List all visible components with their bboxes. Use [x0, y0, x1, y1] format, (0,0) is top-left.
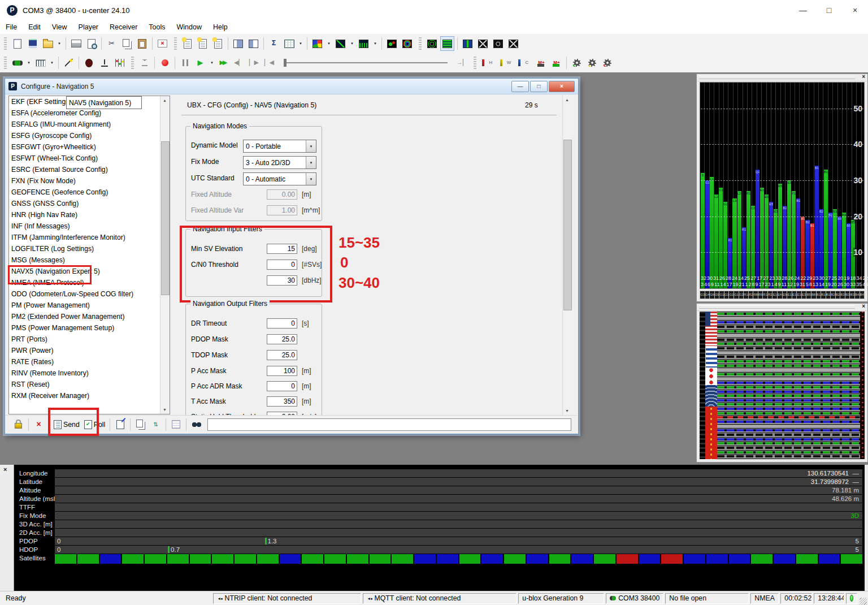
chart-view-button[interactable]: [310, 36, 324, 51]
copy-config-button[interactable]: [133, 417, 147, 432]
menu-edit[interactable]: Edit: [23, 23, 46, 31]
config-list-item[interactable]: PM2 (Extended Power Management): [9, 311, 170, 322]
config-gear-advanced-button[interactable]: [600, 55, 614, 70]
discard-messages-button[interactable]: ×: [155, 36, 170, 51]
jump-end-button[interactable]: →▏: [455, 55, 469, 70]
tile-vertical-button[interactable]: [246, 36, 261, 51]
config-list-item[interactable]: LOGFILTER (Log Settings): [9, 243, 170, 254]
edit-config-button[interactable]: [113, 417, 127, 432]
docking-window-1-button[interactable]: [461, 36, 475, 51]
config-list-item[interactable]: FXN (Fix Now Mode): [9, 175, 170, 187]
config-list-item[interactable]: ESFALG (IMU-mount Alignment): [9, 119, 170, 130]
poll-button[interactable]: ✔ Poll: [83, 417, 107, 432]
configure-maximize-button[interactable]: □: [530, 81, 548, 92]
dynamic-model-select[interactable]: 0 - Portable ▼: [243, 140, 316, 153]
menu-help[interactable]: Help: [207, 23, 233, 31]
message-list-scrollbar[interactable]: ▲ ▼: [160, 96, 170, 414]
pdop-mask-field[interactable]: [267, 334, 297, 344]
player-slider-handle[interactable]: [284, 59, 287, 67]
config-gear-receiver-button[interactable]: [570, 55, 584, 70]
baudrate-button[interactable]: [33, 55, 47, 70]
app-maximize-button[interactable]: □: [816, 2, 842, 19]
cn0-threshold-svs-field[interactable]: [267, 260, 297, 270]
p-acc-mask-field[interactable]: [267, 366, 297, 376]
config-list-item[interactable]: NAVX5 (Navigation Expert 5): [9, 266, 170, 277]
config-list-item[interactable]: ESFA (Accelerometer Config): [9, 107, 170, 119]
save-file-button[interactable]: [25, 36, 40, 51]
new-packet-console-button[interactable]: [180, 36, 194, 51]
play-dropdown-icon[interactable]: ▼: [209, 55, 215, 70]
print-button[interactable]: [69, 36, 83, 51]
add-marker-green-button[interactable]: M+: [549, 55, 563, 70]
chart-view-dropdown-icon[interactable]: ▼: [326, 36, 332, 51]
config-list-item[interactable]: ESFG (Gyroscope Config): [9, 130, 170, 141]
config-list-item[interactable]: ESFGWT (Gyro+Wheeltick): [9, 141, 170, 153]
table-config-button[interactable]: [169, 417, 183, 432]
config-list-item[interactable]: PRT (Ports): [9, 334, 170, 345]
lock-button[interactable]: [11, 417, 25, 432]
tile-horizontal-button[interactable]: [231, 36, 245, 51]
step-forward-button[interactable]: ▏▶: [247, 55, 261, 70]
config-list-item[interactable]: RST (Reset): [9, 379, 170, 390]
send-button[interactable]: Send: [52, 417, 81, 432]
config-list-item[interactable]: ODO (Odometer/Low-Speed COG filter): [9, 288, 170, 300]
new-binary-console-button[interactable]: [196, 36, 210, 51]
resize-grip[interactable]: [860, 598, 867, 605]
config-list-item[interactable]: HNR (High Nav Rate): [9, 209, 170, 221]
scrollbar-thumb[interactable]: [563, 140, 572, 310]
config-list-item[interactable]: PWR (Power): [9, 345, 170, 356]
dr-timeout-field[interactable]: [267, 318, 297, 329]
step-back-button[interactable]: ◀▏: [232, 55, 246, 70]
warm-start-button[interactable]: W: [498, 55, 515, 70]
config-list-item[interactable]: PMS (Power Management Setup): [9, 322, 170, 334]
messages-view-button[interactable]: [440, 36, 454, 51]
fast-forward-button[interactable]: ▶▶: [216, 55, 231, 70]
menu-player[interactable]: Player: [73, 23, 104, 31]
bar-chart-dropdown-icon[interactable]: ▼: [372, 36, 379, 51]
menu-tools[interactable]: Tools: [143, 23, 171, 31]
hot-start-button[interactable]: H: [480, 55, 497, 70]
add-marker-gauge-button[interactable]: M+: [534, 55, 548, 70]
config-gear-file-button[interactable]: [585, 55, 599, 70]
command-input[interactable]: [207, 418, 571, 431]
menu-window[interactable]: Window: [171, 23, 207, 31]
baudrate-dropdown-icon[interactable]: ▼: [49, 55, 55, 70]
history-chart-view-button[interactable]: [333, 36, 348, 51]
pane-header[interactable]: ×: [697, 74, 867, 81]
scrollbar-thumb[interactable]: [161, 141, 170, 295]
config-list-item[interactable]: MSG (Messages): [9, 254, 170, 266]
open-file-button[interactable]: [41, 36, 55, 51]
config-list-item[interactable]: PM (Power Management): [9, 300, 170, 311]
docking-window-3-button[interactable]: [491, 36, 505, 51]
record-button[interactable]: [158, 55, 172, 70]
docking-window-4-button[interactable]: [506, 36, 520, 51]
close-icon[interactable]: ×: [862, 74, 865, 80]
p-acc-adr-mask-field[interactable]: [267, 381, 297, 391]
scroll-down-icon[interactable]: ▼: [563, 407, 571, 415]
sky-view-button[interactable]: [425, 36, 439, 51]
chevron-down-icon[interactable]: ▼: [306, 157, 316, 168]
clear-button[interactable]: ×: [32, 417, 46, 432]
cut-button[interactable]: ✂: [105, 36, 119, 51]
config-list-item[interactable]: ESFWT (Wheel-Tick Config): [9, 153, 170, 164]
configure-minimize-button[interactable]: —: [511, 81, 529, 92]
statistic-view-button[interactable]: Σ: [267, 36, 281, 51]
debug-messages-button[interactable]: [82, 55, 96, 70]
chevron-down-icon[interactable]: ▼: [306, 140, 316, 152]
cn0-threshold-dbhz-field[interactable]: [267, 275, 297, 286]
bar-chart-view-button[interactable]: [357, 36, 371, 51]
config-list-item[interactable]: ITFM (Jamming/Interference Monitor): [9, 232, 170, 243]
player-position-slider[interactable]: [284, 58, 448, 68]
config-list-item[interactable]: INF (Inf Messages): [9, 221, 170, 232]
history-chart-dropdown-icon[interactable]: ▼: [349, 36, 355, 51]
config-list-item[interactable]: GEOFENCE (Geofence Config): [9, 187, 170, 198]
config-list-item[interactable]: RXM (Receiver Manager): [9, 390, 170, 401]
app-close-button[interactable]: ×: [842, 2, 868, 19]
config-list-item[interactable]: ESRC (External Source Config): [9, 164, 170, 175]
app-minimize-button[interactable]: —: [790, 2, 816, 19]
scroll-down-icon[interactable]: ▼: [160, 405, 169, 414]
find-button[interactable]: [189, 417, 203, 432]
fix-mode-select[interactable]: 3 - Auto 2D/3D ▼: [243, 156, 316, 169]
print-preview-button[interactable]: [84, 36, 98, 51]
receiver-stand-button[interactable]: [97, 55, 111, 70]
